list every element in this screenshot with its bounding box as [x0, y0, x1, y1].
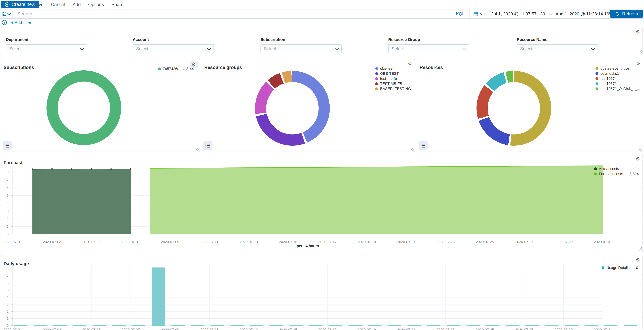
legend-item[interactable]: test1067 [596, 76, 614, 81]
svg-text:2020-07-03: 2020-07-03 [43, 328, 61, 330]
subscriptions-donut-chart[interactable] [46, 70, 121, 145]
legend-item[interactable]: obstesteventhubs [596, 66, 630, 71]
legend-item[interactable]: 7657426d-c4c3-44... [158, 66, 197, 71]
svg-text:2020-07-07: 2020-07-07 [122, 328, 140, 330]
list-icon [205, 143, 210, 148]
list-icon [4, 143, 10, 148]
svg-text:6: 6 [6, 186, 8, 190]
account-select[interactable]: Select... [133, 44, 214, 53]
svg-text:2020-07-19: 2020-07-19 [358, 328, 376, 330]
add-filter-button[interactable]: + Add filter [11, 20, 31, 25]
arrow-right-icon: → [548, 11, 552, 17]
legend-toggle-button[interactable] [2, 141, 12, 150]
svg-text:0: 0 [6, 323, 8, 327]
legend-dot [596, 82, 598, 85]
filter-options-button[interactable] [2, 20, 7, 25]
panel-options-gear-icon[interactable]: ⚙ [636, 61, 641, 67]
legend: 7657426d-c4c3-44... [158, 66, 197, 71]
panel-subscriptions: Subscriptions ⚙ 7657426d-c4c3-44... [1, 59, 200, 152]
panel-resize-handle[interactable] [195, 147, 199, 151]
filter-icon [2, 20, 7, 25]
topnav-item-save[interactable]: Save [33, 2, 44, 7]
topnav-item-add[interactable]: Add [73, 2, 81, 7]
svg-text:2020-07-21: 2020-07-21 [397, 328, 415, 330]
saved-query-menu-button[interactable] [0, 10, 13, 18]
legend-item[interactable]: test10671_OsDisk_1_... [596, 86, 640, 91]
topnav-item-share[interactable]: Share [112, 2, 124, 7]
control-account: Account Select... [133, 37, 214, 53]
panel-resize-handle[interactable] [638, 50, 642, 54]
legend-dot [596, 77, 598, 80]
legend-item[interactable]: test-mb-fb [375, 76, 397, 81]
legend-dot [594, 167, 597, 170]
svg-text:2020-07-25: 2020-07-25 [476, 240, 494, 244]
svg-text:2020-07-21: 2020-07-21 [397, 240, 415, 244]
legend-toggle-button[interactable] [203, 141, 212, 150]
panel-title: Resources [420, 65, 443, 70]
panel-resize-handle[interactable] [410, 147, 414, 151]
legend-value: 0 [636, 265, 638, 270]
svg-text:2020-07-11: 2020-07-11 [200, 328, 218, 330]
plus-circle-icon [5, 2, 10, 7]
topnav-item-cancel[interactable]: Cancel [51, 2, 65, 7]
legend-item[interactable]: Usage Details0 [602, 265, 638, 270]
panel-options-gear-icon[interactable]: ⚙ [407, 61, 412, 67]
resource-group-select[interactable]: Select... [388, 44, 470, 53]
panel-options-gear-icon[interactable]: ⚙ [635, 29, 640, 35]
legend-item[interactable]: obs-test [375, 66, 393, 71]
panel-daily-usage: Daily usage ⚙ 0123456782020-07-012020-07… [1, 255, 643, 330]
legend-label: TEST-MB-FB [380, 82, 402, 86]
date-range-start[interactable]: Jul 1, 2020 @ 11:37:57.139 [491, 11, 545, 17]
legend-item[interactable]: test10671 [596, 81, 617, 86]
svg-text:2020-07-09: 2020-07-09 [161, 328, 179, 330]
legend-label: test-mb-fb [380, 77, 397, 81]
svg-text:2020-07-17: 2020-07-17 [318, 328, 336, 330]
legend-dot [594, 173, 597, 175]
control-label: Resource Name [517, 37, 598, 42]
legend-label: BASEPI-TESTING [380, 87, 411, 91]
x-axis-title: per 24 hours [13, 244, 603, 248]
query-language-toggle[interactable]: KQL [451, 10, 470, 18]
svg-text:2020-07-23: 2020-07-23 [436, 328, 454, 330]
date-picker-calendar-button[interactable] [470, 10, 487, 18]
legend-item[interactable]: Actual costs [594, 166, 619, 171]
svg-text:2020-07-09: 2020-07-09 [161, 240, 179, 244]
forecast-area-chart[interactable]: 0123456782020-07-012020-07-032020-07-052… [1, 154, 642, 252]
department-select[interactable]: Select... [6, 44, 87, 53]
svg-text:2020-07-05: 2020-07-05 [82, 240, 100, 244]
control-label: Department [6, 37, 87, 42]
date-range-end[interactable]: Aug 1, 2020 @ 11:38:14.165 [556, 11, 612, 17]
svg-text:2020-07-05: 2020-07-05 [82, 328, 100, 330]
legend-dot [596, 72, 598, 75]
chevron-down-icon [7, 12, 11, 15]
chevron-down-icon [334, 46, 339, 50]
resources-donut-chart[interactable] [476, 71, 551, 146]
legend-dot [375, 67, 378, 70]
top-navigation: Create new Save Cancel Add Options Share [0, 0, 644, 9]
refresh-button[interactable]: Refresh [610, 10, 643, 18]
subscription-select[interactable]: Select... [260, 44, 342, 53]
resource-name-select[interactable]: Select... [517, 44, 598, 53]
daily-usage-bar-chart[interactable]: 0123456782020-07-012020-07-032020-07-052… [1, 255, 642, 330]
panel-resize-handle[interactable] [638, 147, 642, 151]
svg-text:6: 6 [6, 281, 8, 285]
refresh-label: Refresh [622, 11, 638, 17]
legend-dot [375, 72, 378, 75]
svg-text:7: 7 [6, 274, 8, 278]
svg-text:2020-07-31: 2020-07-31 [594, 328, 612, 330]
topnav-item-options[interactable]: Options [88, 2, 104, 7]
legend-item[interactable]: cosmosks1 [596, 71, 619, 76]
search-input[interactable]: Search [13, 10, 451, 18]
legend-item[interactable]: BASEPI-TESTING [375, 86, 411, 91]
legend-toggle-button[interactable] [418, 141, 428, 150]
svg-text:2: 2 [6, 309, 8, 313]
svg-text:2020-07-29: 2020-07-29 [554, 328, 572, 330]
legend-dot [596, 88, 598, 90]
chevron-down-icon [207, 46, 211, 50]
control-label: Resource Group [388, 37, 470, 42]
resource-groups-donut-chart[interactable] [255, 71, 330, 146]
legend-item[interactable]: Forecast costs8.824 [594, 171, 639, 176]
legend-item[interactable]: TEST-MB-FB [375, 81, 402, 86]
svg-text:2020-07-25: 2020-07-25 [476, 328, 494, 330]
legend-item[interactable]: OBS-TEST [375, 71, 399, 76]
